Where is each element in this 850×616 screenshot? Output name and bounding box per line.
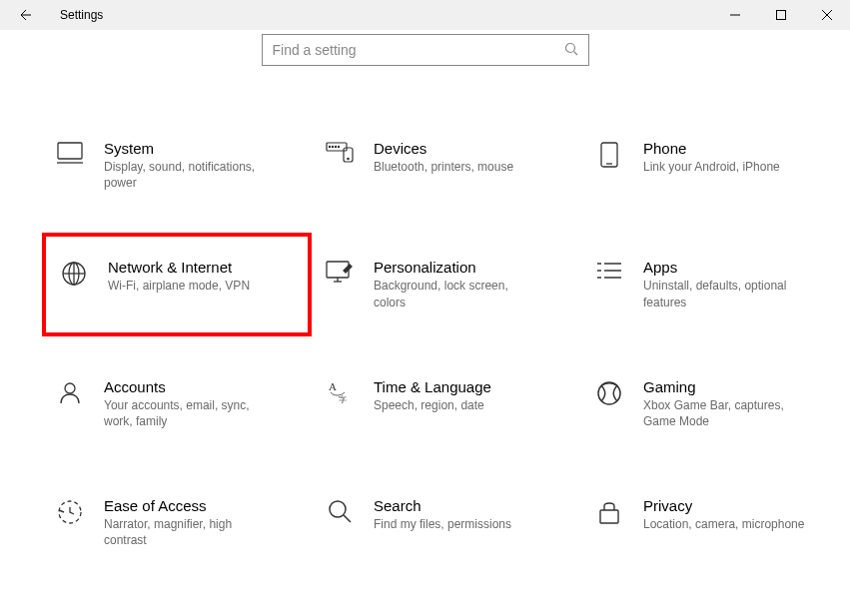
tile-desc: Display, sound, notifications, power: [104, 159, 274, 191]
back-button[interactable]: [0, 0, 48, 30]
maximize-icon: [776, 10, 786, 20]
tile-title: Ease of Access: [104, 497, 274, 514]
svg-line-6: [573, 51, 577, 55]
privacy-icon: [589, 499, 629, 525]
tile-privacy[interactable]: Privacy Location, camera, microphone: [581, 491, 850, 554]
apps-icon: [589, 261, 629, 281]
minimize-icon: [730, 10, 740, 20]
tile-title: System: [104, 140, 274, 157]
settings-grid: System Display, sound, notifications, po…: [42, 134, 850, 616]
tile-title: Phone: [643, 140, 780, 157]
tile-desc: Your accounts, email, sync, work, family: [104, 397, 274, 429]
tile-desc: Bluetooth, printers, mouse: [374, 159, 513, 175]
window-title: Settings: [60, 8, 103, 22]
tile-desc: Link your Android, iPhone: [643, 159, 780, 175]
tile-title: Apps: [643, 259, 813, 276]
tile-personalization[interactable]: Personalization Background, lock screen,…: [312, 253, 581, 315]
tile-ease[interactable]: Ease of Access Narrator, magnifier, high…: [42, 491, 312, 554]
ease-icon: [50, 499, 90, 525]
devices-icon: [320, 142, 360, 164]
tile-network[interactable]: Network & Internet Wi-Fi, airplane mode,…: [42, 233, 312, 335]
search-box[interactable]: [262, 34, 589, 66]
network-icon: [54, 261, 94, 287]
tile-phone[interactable]: Phone Link your Android, iPhone: [581, 134, 850, 197]
search-icon: [564, 42, 578, 59]
gaming-icon: [589, 380, 629, 406]
titlebar: Settings: [0, 0, 850, 30]
phone-icon: [589, 142, 629, 168]
tile-search[interactable]: Search Find my files, permissions: [312, 491, 581, 554]
system-icon: [50, 142, 90, 164]
close-button[interactable]: [804, 0, 850, 30]
tile-title: Personalization: [374, 259, 543, 276]
svg-point-11: [332, 146, 333, 147]
tile-apps[interactable]: Apps Uninstall, defaults, optional featu…: [581, 253, 850, 315]
window-controls: [712, 0, 850, 30]
search-area: [0, 34, 850, 66]
svg-text:A: A: [329, 380, 337, 392]
search-input[interactable]: [273, 42, 578, 58]
tile-accounts[interactable]: Accounts Your accounts, email, sync, wor…: [42, 372, 312, 435]
search-tile-icon: [320, 499, 360, 523]
content-area: System Display, sound, notifications, po…: [0, 34, 850, 616]
tile-title: Network & Internet: [108, 259, 250, 276]
tile-title: Time & Language: [374, 378, 491, 395]
tile-title: Gaming: [643, 378, 813, 395]
tile-time[interactable]: A字 Time & Language Speech, region, date: [312, 372, 581, 435]
tile-devices[interactable]: Devices Bluetooth, printers, mouse: [312, 134, 581, 197]
tile-system[interactable]: System Display, sound, notifications, po…: [42, 134, 312, 197]
tile-desc: Find my files, permissions: [374, 516, 511, 532]
time-icon: A字: [320, 380, 360, 404]
svg-point-36: [330, 501, 346, 517]
maximize-button[interactable]: [758, 0, 804, 30]
tile-gaming[interactable]: Gaming Xbox Game Bar, captures, Game Mod…: [581, 372, 850, 435]
minimize-button[interactable]: [712, 0, 758, 30]
tile-title: Privacy: [643, 497, 804, 514]
svg-rect-7: [58, 143, 82, 159]
personalization-icon: [320, 261, 360, 283]
tile-desc: Xbox Game Bar, captures, Game Mode: [643, 397, 813, 429]
svg-rect-38: [600, 510, 618, 523]
svg-point-5: [565, 43, 574, 52]
accounts-icon: [50, 380, 90, 404]
back-icon: [16, 7, 32, 23]
svg-point-12: [335, 146, 336, 147]
tile-title: Devices: [374, 140, 513, 157]
svg-point-31: [65, 383, 75, 393]
close-icon: [822, 10, 832, 20]
tile-desc: Background, lock screen, colors: [374, 278, 543, 309]
tile-desc: Location, camera, microphone: [643, 516, 804, 532]
tile-title: Accounts: [104, 378, 274, 395]
tile-update[interactable]: Update & Security Windows Update, recove…: [42, 611, 312, 617]
tile-desc: Wi-Fi, airplane mode, VPN: [108, 278, 250, 294]
svg-text:字: 字: [339, 395, 347, 404]
svg-point-13: [338, 146, 339, 147]
tile-desc: Speech, region, date: [374, 397, 491, 413]
svg-line-37: [344, 515, 351, 522]
svg-point-10: [329, 146, 330, 147]
tile-title: Search: [374, 497, 511, 514]
svg-point-15: [348, 158, 349, 159]
tile-desc: Uninstall, defaults, optional features: [643, 278, 813, 309]
tile-desc: Narrator, magnifier, high contrast: [104, 516, 274, 548]
svg-rect-2: [777, 11, 786, 20]
